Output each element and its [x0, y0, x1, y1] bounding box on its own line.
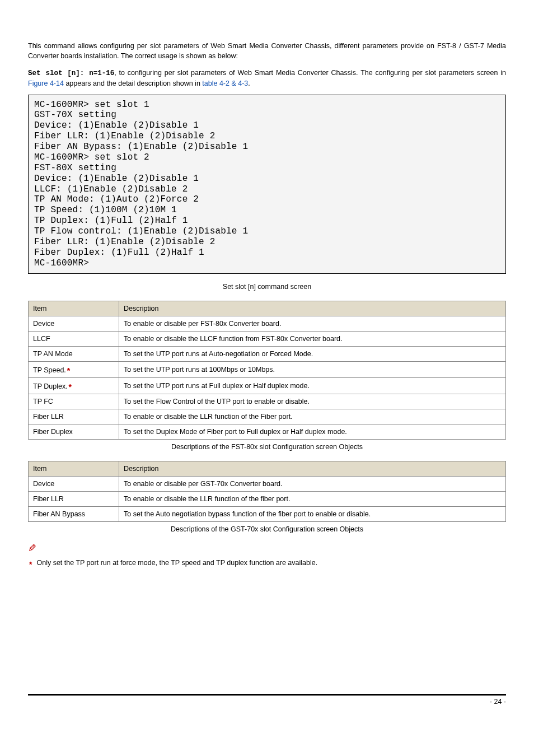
cell-description: To set the UTP port runs at Auto-negotia… — [119, 346, 506, 361]
table-row: DeviceTo enable or disable per FST-80x C… — [29, 316, 506, 331]
table-row: TP AN ModeTo set the UTP port runs at Au… — [29, 346, 506, 361]
intro-text: . — [248, 80, 250, 87]
cell-item: TP Duplex.* — [29, 377, 119, 394]
item-label: TP FC — [33, 398, 53, 405]
item-label: Fiber Duplex — [33, 428, 73, 436]
table-header-row: Item Description — [29, 301, 506, 316]
item-label: TP Speed. — [33, 366, 66, 374]
cell-description: To enable or disable the LLR function of… — [119, 409, 506, 424]
table-header-row: Item Description — [29, 461, 506, 476]
cell-description: To enable or disable per FST-80x Convert… — [119, 316, 506, 331]
cell-item: TP FC — [29, 394, 119, 409]
table-row: TP Duplex.*To set the UTP port runs at F… — [29, 377, 506, 394]
table-row: TP Speed.*To set the UTP port runs at 10… — [29, 361, 506, 377]
cell-description: To set the Flow Control of the UTP port … — [119, 394, 506, 409]
star-icon: * — [69, 382, 72, 391]
table-row: Fiber AN BypassTo set the Auto negotiati… — [29, 506, 506, 521]
intro-paragraph-1: This command allows configuring per slot… — [28, 41, 506, 61]
figure-reference: Figure 4-14 — [28, 80, 64, 87]
cell-item: LLCF — [29, 331, 119, 346]
header-description: Description — [119, 301, 506, 316]
cell-description: To enable or disable per GST-70x Convert… — [119, 476, 506, 491]
cell-item: TP AN Mode — [29, 346, 119, 361]
footnote-row: * Only set the TP port run at force mode… — [28, 559, 506, 568]
table1-caption: Descriptions of the FST-80x slot Configu… — [28, 443, 506, 451]
page-footer: - 24 - — [28, 694, 506, 706]
terminal-output: MC-1600MR> set slot 1 GST-70X setting De… — [28, 95, 506, 274]
header-item: Item — [29, 461, 119, 476]
cell-description: To set the Duplex Mode of Fiber port to … — [119, 424, 506, 439]
item-label: TP Duplex. — [33, 382, 68, 390]
table-gst70x: Item Description DeviceTo enable or disa… — [28, 461, 506, 522]
cell-item: Device — [29, 316, 119, 331]
item-label: Fiber LLR — [33, 413, 64, 421]
cell-item: Device — [29, 476, 119, 491]
command-text: Set slot [n]: n=1-16 — [28, 69, 114, 77]
cell-item: Fiber Duplex — [29, 424, 119, 439]
header-item: Item — [29, 301, 119, 316]
header-description: Description — [119, 461, 506, 476]
table-fst80x: Item Description DeviceTo enable or disa… — [28, 301, 506, 440]
page-number: - 24 - — [490, 698, 506, 706]
table-row: DeviceTo enable or disable per GST-70x C… — [29, 476, 506, 491]
item-label: TP AN Mode — [33, 350, 73, 358]
note-icon-row: ✎ — [28, 543, 506, 553]
table-row: LLCFTo enable or disable the LLCF functi… — [29, 331, 506, 346]
cell-item: Fiber LLR — [29, 491, 119, 506]
cell-item: Fiber AN Bypass — [29, 506, 119, 521]
footnote-text: Only set the TP port run at force mode, … — [36, 559, 317, 567]
cell-description: To set the Auto negotiation bypass funct… — [119, 506, 506, 521]
table-row: Fiber LLRTo enable or disable the LLR fu… — [29, 491, 506, 506]
pencil-icon: ✎ — [28, 543, 36, 553]
cell-description: To set the UTP port runs at 100Mbps or 1… — [119, 361, 506, 377]
table-row: Fiber DuplexTo set the Duplex Mode of Fi… — [29, 424, 506, 439]
cell-description: To set the UTP port runs at Full duplex … — [119, 377, 506, 394]
intro-text: , to configuring per slot parameters of … — [114, 69, 506, 77]
item-label: Device — [33, 320, 54, 328]
table-row: TP FCTo set the Flow Control of the UTP … — [29, 394, 506, 409]
table-row: Fiber LLRTo enable or disable the LLR fu… — [29, 409, 506, 424]
star-icon: * — [29, 560, 32, 569]
star-icon: * — [67, 366, 70, 375]
cell-item: Fiber LLR — [29, 409, 119, 424]
item-label: LLCF — [33, 335, 50, 343]
page: This command allows configuring per slot… — [0, 0, 534, 722]
cell-item: TP Speed.* — [29, 361, 119, 377]
cell-description: To enable or disable the LLCF function f… — [119, 331, 506, 346]
table-reference: table 4-2 & 4-3 — [202, 80, 248, 87]
table2-caption: Descriptions of the GST-70x slot Configu… — [28, 525, 506, 533]
figure-caption: Set slot [n] command screen — [28, 283, 506, 291]
cell-description: To enable or disable the LLR function of… — [119, 491, 506, 506]
intro-text: appears and the detail description shown… — [64, 80, 202, 87]
intro-paragraph-2: Set slot [n]: n=1-16, to configuring per… — [28, 68, 506, 88]
